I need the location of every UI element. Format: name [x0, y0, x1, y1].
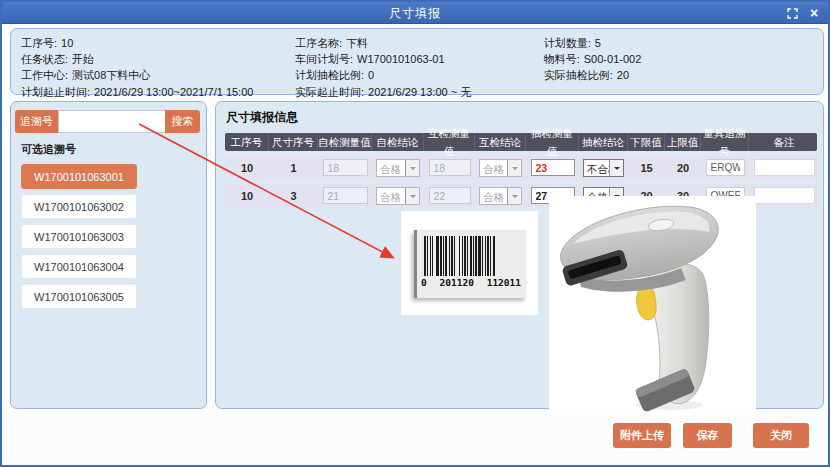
dialog-title: 尺寸填报 — [2, 2, 828, 24]
cell-mutual_result: 合格 — [475, 159, 526, 177]
info-field: 物料号:S00-01-002 — [544, 51, 813, 67]
info-field-value: 20 — [617, 69, 629, 81]
dimension-report-dialog: 尺寸填报 × 工序号:10任务状态:开始工作中心:测试08下料中心计划起止时间:… — [0, 0, 830, 467]
info-field-value: 测试08下料中心 — [72, 69, 150, 81]
info-field-value: 5 — [595, 37, 601, 49]
col-header-remark: 备注 — [749, 133, 819, 151]
trace-item[interactable]: W1700101063001 — [21, 164, 137, 189]
cell-self_value — [318, 187, 372, 204]
select-sample_result[interactable]: 不合格 — [583, 159, 624, 177]
select-self_result: 合格 — [376, 187, 420, 205]
barcode-digits: 0201120112011 — [417, 277, 526, 288]
trace-no-button[interactable]: 追溯号 — [15, 110, 58, 133]
info-field-value: 10 — [61, 37, 73, 49]
search-button[interactable]: 搜索 — [165, 110, 200, 133]
attach-upload-button[interactable]: 附件上传 — [613, 423, 671, 448]
cell-dim_no: 1 — [269, 162, 318, 174]
info-field-label: 计划数量: — [544, 37, 591, 49]
barcode-digit-group: 201120 — [440, 277, 474, 288]
trace-search-row: 追溯号 搜索 — [15, 110, 200, 133]
input-gauge[interactable] — [706, 159, 745, 176]
chevron-down-icon — [507, 188, 521, 204]
barcode-scanner-image — [549, 196, 756, 415]
col-header-process_no: 工序号 — [225, 133, 269, 151]
select-mutual_result: 合格 — [479, 187, 522, 205]
info-field-label: 实际抽检比例: — [544, 69, 613, 81]
close-button[interactable]: 关闭 — [753, 423, 809, 448]
info-field: 工序号:10 — [21, 35, 295, 51]
info-field-value: 开始 — [72, 53, 94, 65]
info-field-value: W1700101063-01 — [357, 53, 444, 65]
barcode-digit-group: 0 — [421, 277, 427, 288]
cell-lower: 15 — [628, 162, 665, 174]
cell-gauge — [701, 159, 749, 176]
info-field: 工序名称:下料 — [295, 35, 544, 51]
barcode-image: 0201120112011 — [401, 211, 538, 315]
chevron-down-icon — [405, 160, 419, 176]
info-field-value: 2021/6/29 13:00~2021/7/1 15:00 — [94, 86, 253, 98]
cell-self_result: 合格 — [372, 159, 424, 177]
info-field-value: S00-01-002 — [584, 53, 642, 65]
input-remark[interactable] — [754, 159, 815, 176]
input-remark[interactable] — [754, 187, 815, 204]
close-icon[interactable]: × — [808, 7, 820, 19]
info-field-label: 计划抽检比例: — [295, 69, 364, 81]
titlebar: 尺寸填报 × — [2, 2, 828, 24]
cell-process_no: 10 — [225, 162, 269, 174]
info-field: 工作中心:测试08下料中心 — [21, 67, 295, 83]
trace-list-title: 可选追溯号 — [21, 142, 200, 157]
col-header-upper: 上限值 — [665, 133, 701, 151]
dimension-report-panel: 尺寸填报信息 工序号尺寸序号自检测量值自检结论互检测量值互检结论抽检测量值抽检结… — [215, 101, 824, 409]
table-header-row: 工序号尺寸序号自检测量值自检结论互检测量值互检结论抽检测量值抽检结论下限值上限值… — [225, 133, 817, 151]
info-field-label: 车间计划号: — [295, 53, 353, 65]
trace-no-input[interactable] — [58, 110, 165, 133]
select-value: 合格 — [377, 160, 405, 176]
select-mutual_result: 合格 — [479, 159, 522, 177]
info-field-label: 计划起止时间: — [21, 86, 90, 98]
chevron-down-icon — [507, 160, 521, 176]
info-field-label: 实际起止时间: — [295, 86, 364, 98]
save-button[interactable]: 保存 — [683, 423, 732, 448]
trace-item[interactable]: W1700101063002 — [21, 194, 137, 219]
cell-remark — [749, 187, 819, 204]
cell-mutual_value — [424, 187, 475, 204]
select-value: 不合格 — [584, 160, 609, 176]
info-field-label: 物料号: — [544, 53, 580, 65]
task-info-panel: 工序号:10任务状态:开始工作中心:测试08下料中心计划起止时间:2021/6/… — [10, 28, 824, 95]
cell-remark — [749, 159, 819, 176]
col-header-mutual_result: 互检结论 — [475, 133, 526, 151]
info-field-value: 下料 — [346, 37, 368, 49]
select-self_result: 合格 — [376, 159, 420, 177]
cell-sample_value — [526, 159, 579, 176]
info-field: 任务状态:开始 — [21, 51, 295, 67]
col-header-self_result: 自检结论 — [372, 133, 424, 151]
cell-mutual_result: 合格 — [475, 187, 526, 205]
trace-item[interactable]: W1700101063003 — [21, 224, 137, 249]
barcode-bars — [424, 236, 520, 276]
cell-process_no: 10 — [225, 190, 269, 202]
input-mutual_value — [429, 187, 471, 204]
info-field: 计划起止时间:2021/6/29 13:00~2021/7/1 15:00 — [21, 84, 295, 100]
chevron-down-icon — [405, 188, 419, 204]
maximize-icon[interactable] — [786, 7, 798, 19]
input-self_value — [323, 159, 368, 176]
cell-self_value — [318, 159, 372, 176]
info-field-value: 0 — [368, 69, 374, 81]
trace-item[interactable]: W1700101063005 — [21, 284, 137, 309]
barcode-label: 0201120112011 — [414, 230, 526, 298]
info-field: 计划抽检比例:0 — [295, 67, 544, 83]
input-sample_value[interactable] — [531, 159, 575, 176]
info-field-label: 工序名称: — [295, 37, 342, 49]
trace-item[interactable]: W1700101063004 — [21, 254, 137, 279]
col-header-self_value: 自检测量值 — [318, 133, 372, 151]
info-field: 实际抽检比例:20 — [544, 67, 813, 83]
chevron-down-icon — [609, 160, 623, 176]
trace-panel: 追溯号 搜索 可选追溯号 W1700101063001W170010106300… — [10, 101, 207, 409]
col-header-lower: 下限值 — [628, 133, 665, 151]
col-header-dim_no: 尺寸序号 — [269, 133, 318, 151]
cell-upper: 20 — [665, 162, 701, 174]
col-header-gauge: 量具追溯号 — [701, 124, 749, 160]
cell-dim_no: 3 — [269, 190, 318, 202]
info-field: 实际起止时间:2021/6/29 13:00 ~ 无 — [295, 84, 544, 100]
info-field-label: 任务状态: — [21, 53, 68, 65]
